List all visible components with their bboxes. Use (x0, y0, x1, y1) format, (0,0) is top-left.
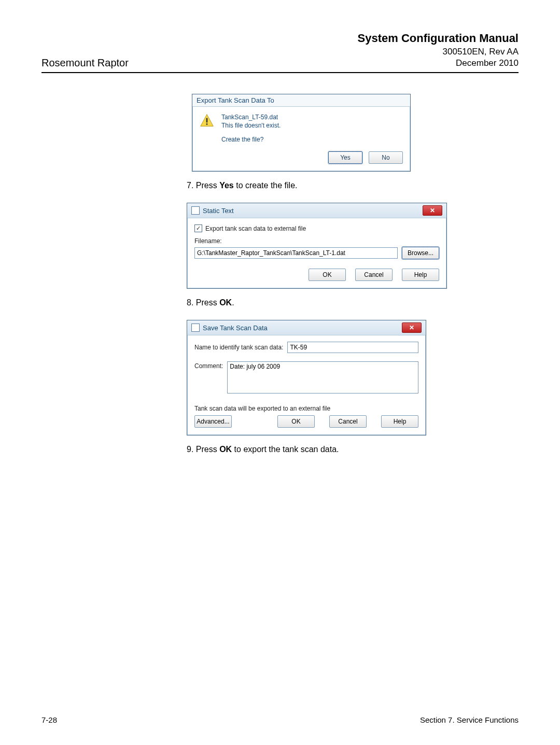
cancel-button-label: Cancel (364, 271, 383, 278)
doc-date: December 2010 (358, 58, 519, 69)
close-button[interactable]: ✕ (423, 205, 442, 216)
ok-button-label: OK (291, 418, 300, 425)
save-tank-scan-dialog: Save Tank Scan Data ✕ Name to identify t… (187, 320, 426, 435)
ok-button[interactable]: OK (277, 415, 315, 428)
name-input[interactable]: TK-59 (287, 342, 418, 353)
static-text-dialog: Static Text ✕ ✓ Export tank scan data to… (187, 203, 447, 289)
confirm-missing: This file doesn't exist. (221, 121, 281, 130)
browse-button-label: Browse... (408, 249, 433, 257)
export-confirm-dialog: Export Tank Scan Data To TankScan_LT-59.… (192, 94, 411, 172)
confirm-question: Create the file? (221, 136, 281, 143)
dialog-title: Save Tank Scan Data (203, 324, 268, 332)
dialog-title: Static Text (203, 207, 234, 215)
svg-rect-1 (206, 118, 208, 122)
advanced-button-label: Advanced... (197, 418, 229, 425)
help-button[interactable]: Help (381, 415, 418, 428)
no-button[interactable]: No (369, 151, 403, 164)
yes-button[interactable]: Yes (328, 151, 362, 164)
export-note: Tank scan data will be exported to an ex… (194, 405, 418, 412)
export-checkbox[interactable]: ✓ (194, 224, 202, 232)
warning-icon (200, 113, 214, 128)
browse-button[interactable]: Browse... (402, 247, 439, 259)
step-8: 8. Press OK. (187, 298, 477, 307)
name-label: Name to identify tank scan data: (194, 344, 283, 351)
yes-button-label: Yes (340, 154, 351, 161)
filename-label: Filename: (194, 237, 439, 245)
app-icon (191, 206, 200, 215)
step-7: 7. Press Yes to create the file. (187, 181, 477, 190)
cancel-button-label: Cancel (338, 418, 357, 425)
comment-label: Comment: (194, 361, 223, 370)
page-footer: 7-28 Section 7. Service Functions (41, 715, 519, 724)
no-button-label: No (382, 154, 389, 161)
product-name: Rosemount Raptor (41, 57, 129, 69)
svg-rect-2 (206, 123, 208, 125)
doc-number: 300510EN, Rev AA (358, 46, 519, 58)
dialog-title: Export Tank Scan Data To (192, 94, 410, 107)
help-button-label: Help (394, 418, 407, 425)
filename-input[interactable]: G:\TankMaster_Raptor_TankScan\TankScan_L… (194, 247, 398, 259)
export-checkbox-label: Export tank scan data to external file (205, 225, 306, 232)
page-number: 7-28 (41, 715, 57, 724)
app-icon (191, 324, 200, 332)
doc-title: System Configuration Manual (358, 31, 519, 46)
ok-button-label: OK (323, 271, 331, 278)
page-header: Rosemount Raptor System Configuration Ma… (41, 31, 519, 73)
advanced-button[interactable]: Advanced... (194, 415, 232, 428)
help-button-label: Help (414, 271, 427, 278)
cancel-button[interactable]: Cancel (329, 415, 367, 428)
section-title: Section 7. Service Functions (420, 715, 519, 724)
help-button[interactable]: Help (402, 269, 439, 281)
close-button[interactable]: ✕ (402, 322, 422, 333)
confirm-filename: TankScan_LT-59.dat (221, 113, 281, 121)
step-9: 9. Press OK to export the tank scan data… (187, 445, 477, 454)
comment-input[interactable]: Date: july 06 2009 (227, 361, 418, 393)
ok-button[interactable]: OK (309, 269, 346, 281)
cancel-button[interactable]: Cancel (355, 269, 393, 281)
